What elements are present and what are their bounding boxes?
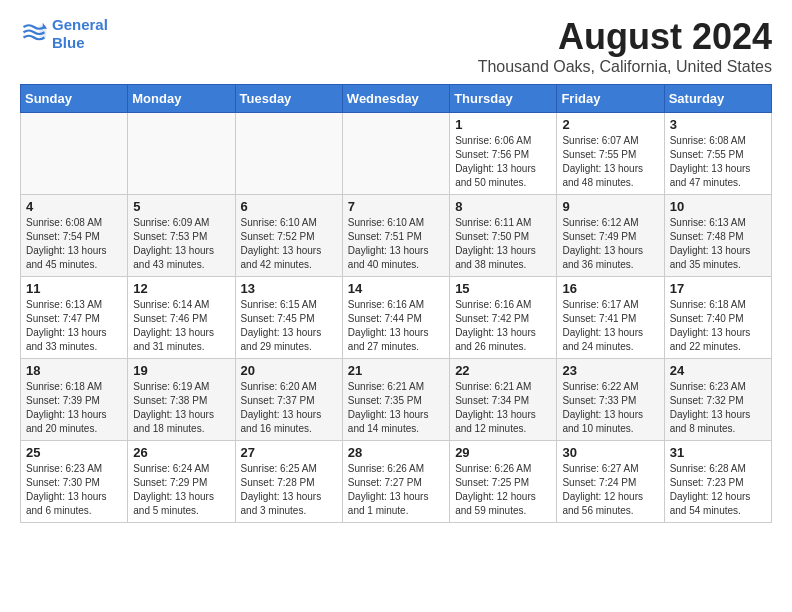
day-info: Sunrise: 6:13 AM Sunset: 7:47 PM Dayligh… [26,298,122,354]
calendar-day-cell [235,113,342,195]
calendar-day-cell: 6Sunrise: 6:10 AM Sunset: 7:52 PM Daylig… [235,195,342,277]
calendar-day-cell: 27Sunrise: 6:25 AM Sunset: 7:28 PM Dayli… [235,441,342,523]
day-number: 16 [562,281,658,296]
day-number: 20 [241,363,337,378]
day-info: Sunrise: 6:18 AM Sunset: 7:39 PM Dayligh… [26,380,122,436]
day-info: Sunrise: 6:23 AM Sunset: 7:30 PM Dayligh… [26,462,122,518]
day-info: Sunrise: 6:21 AM Sunset: 7:34 PM Dayligh… [455,380,551,436]
day-number: 28 [348,445,444,460]
calendar-day-cell: 30Sunrise: 6:27 AM Sunset: 7:24 PM Dayli… [557,441,664,523]
title-area: August 2024 Thousand Oaks, California, U… [478,16,772,76]
day-number: 25 [26,445,122,460]
calendar-week-row: 11Sunrise: 6:13 AM Sunset: 7:47 PM Dayli… [21,277,772,359]
calendar-day-cell: 22Sunrise: 6:21 AM Sunset: 7:34 PM Dayli… [450,359,557,441]
day-number: 18 [26,363,122,378]
day-info: Sunrise: 6:19 AM Sunset: 7:38 PM Dayligh… [133,380,229,436]
day-number: 4 [26,199,122,214]
day-info: Sunrise: 6:27 AM Sunset: 7:24 PM Dayligh… [562,462,658,518]
calendar-day-cell: 28Sunrise: 6:26 AM Sunset: 7:27 PM Dayli… [342,441,449,523]
day-number: 22 [455,363,551,378]
page-header: General Blue August 2024 Thousand Oaks, … [20,16,772,76]
calendar-day-cell: 20Sunrise: 6:20 AM Sunset: 7:37 PM Dayli… [235,359,342,441]
day-info: Sunrise: 6:21 AM Sunset: 7:35 PM Dayligh… [348,380,444,436]
calendar-day-cell: 31Sunrise: 6:28 AM Sunset: 7:23 PM Dayli… [664,441,771,523]
calendar-day-cell: 21Sunrise: 6:21 AM Sunset: 7:35 PM Dayli… [342,359,449,441]
day-info: Sunrise: 6:09 AM Sunset: 7:53 PM Dayligh… [133,216,229,272]
calendar-day-cell: 13Sunrise: 6:15 AM Sunset: 7:45 PM Dayli… [235,277,342,359]
calendar-day-cell: 11Sunrise: 6:13 AM Sunset: 7:47 PM Dayli… [21,277,128,359]
day-info: Sunrise: 6:25 AM Sunset: 7:28 PM Dayligh… [241,462,337,518]
main-title: August 2024 [478,16,772,58]
weekday-header: Saturday [664,85,771,113]
day-number: 17 [670,281,766,296]
day-number: 13 [241,281,337,296]
day-number: 24 [670,363,766,378]
calendar-day-cell: 18Sunrise: 6:18 AM Sunset: 7:39 PM Dayli… [21,359,128,441]
day-info: Sunrise: 6:17 AM Sunset: 7:41 PM Dayligh… [562,298,658,354]
calendar-day-cell: 5Sunrise: 6:09 AM Sunset: 7:53 PM Daylig… [128,195,235,277]
day-info: Sunrise: 6:11 AM Sunset: 7:50 PM Dayligh… [455,216,551,272]
day-number: 31 [670,445,766,460]
weekday-header: Friday [557,85,664,113]
day-number: 7 [348,199,444,214]
calendar-day-cell: 25Sunrise: 6:23 AM Sunset: 7:30 PM Dayli… [21,441,128,523]
calendar-day-cell: 12Sunrise: 6:14 AM Sunset: 7:46 PM Dayli… [128,277,235,359]
calendar-day-cell: 19Sunrise: 6:19 AM Sunset: 7:38 PM Dayli… [128,359,235,441]
calendar-day-cell: 2Sunrise: 6:07 AM Sunset: 7:55 PM Daylig… [557,113,664,195]
day-number: 27 [241,445,337,460]
weekday-header: Monday [128,85,235,113]
calendar-day-cell [128,113,235,195]
day-number: 14 [348,281,444,296]
logo-text: General Blue [52,16,108,52]
day-info: Sunrise: 6:15 AM Sunset: 7:45 PM Dayligh… [241,298,337,354]
calendar-day-cell: 10Sunrise: 6:13 AM Sunset: 7:48 PM Dayli… [664,195,771,277]
calendar-day-cell: 1Sunrise: 6:06 AM Sunset: 7:56 PM Daylig… [450,113,557,195]
day-info: Sunrise: 6:20 AM Sunset: 7:37 PM Dayligh… [241,380,337,436]
day-number: 2 [562,117,658,132]
day-info: Sunrise: 6:28 AM Sunset: 7:23 PM Dayligh… [670,462,766,518]
day-info: Sunrise: 6:16 AM Sunset: 7:44 PM Dayligh… [348,298,444,354]
day-number: 9 [562,199,658,214]
day-number: 23 [562,363,658,378]
day-info: Sunrise: 6:10 AM Sunset: 7:51 PM Dayligh… [348,216,444,272]
day-number: 11 [26,281,122,296]
calendar-day-cell: 3Sunrise: 6:08 AM Sunset: 7:55 PM Daylig… [664,113,771,195]
day-info: Sunrise: 6:08 AM Sunset: 7:55 PM Dayligh… [670,134,766,190]
weekday-header: Tuesday [235,85,342,113]
calendar-day-cell [342,113,449,195]
day-info: Sunrise: 6:16 AM Sunset: 7:42 PM Dayligh… [455,298,551,354]
calendar-week-row: 18Sunrise: 6:18 AM Sunset: 7:39 PM Dayli… [21,359,772,441]
day-info: Sunrise: 6:08 AM Sunset: 7:54 PM Dayligh… [26,216,122,272]
day-info: Sunrise: 6:14 AM Sunset: 7:46 PM Dayligh… [133,298,229,354]
day-number: 21 [348,363,444,378]
day-number: 15 [455,281,551,296]
calendar-day-cell: 8Sunrise: 6:11 AM Sunset: 7:50 PM Daylig… [450,195,557,277]
weekday-header: Thursday [450,85,557,113]
day-number: 5 [133,199,229,214]
day-number: 10 [670,199,766,214]
day-number: 3 [670,117,766,132]
day-number: 12 [133,281,229,296]
day-info: Sunrise: 6:26 AM Sunset: 7:25 PM Dayligh… [455,462,551,518]
calendar-day-cell: 29Sunrise: 6:26 AM Sunset: 7:25 PM Dayli… [450,441,557,523]
logo-line2: Blue [52,34,85,51]
day-number: 8 [455,199,551,214]
day-info: Sunrise: 6:24 AM Sunset: 7:29 PM Dayligh… [133,462,229,518]
day-number: 29 [455,445,551,460]
day-info: Sunrise: 6:07 AM Sunset: 7:55 PM Dayligh… [562,134,658,190]
calendar-day-cell: 14Sunrise: 6:16 AM Sunset: 7:44 PM Dayli… [342,277,449,359]
day-info: Sunrise: 6:23 AM Sunset: 7:32 PM Dayligh… [670,380,766,436]
calendar-week-row: 25Sunrise: 6:23 AM Sunset: 7:30 PM Dayli… [21,441,772,523]
logo-line1: General [52,16,108,33]
calendar-day-cell: 4Sunrise: 6:08 AM Sunset: 7:54 PM Daylig… [21,195,128,277]
calendar-day-cell: 24Sunrise: 6:23 AM Sunset: 7:32 PM Dayli… [664,359,771,441]
calendar-week-row: 1Sunrise: 6:06 AM Sunset: 7:56 PM Daylig… [21,113,772,195]
day-info: Sunrise: 6:10 AM Sunset: 7:52 PM Dayligh… [241,216,337,272]
day-number: 1 [455,117,551,132]
calendar-day-cell: 15Sunrise: 6:16 AM Sunset: 7:42 PM Dayli… [450,277,557,359]
calendar-day-cell: 7Sunrise: 6:10 AM Sunset: 7:51 PM Daylig… [342,195,449,277]
calendar-table: SundayMondayTuesdayWednesdayThursdayFrid… [20,84,772,523]
calendar-week-row: 4Sunrise: 6:08 AM Sunset: 7:54 PM Daylig… [21,195,772,277]
calendar-day-cell: 9Sunrise: 6:12 AM Sunset: 7:49 PM Daylig… [557,195,664,277]
day-info: Sunrise: 6:18 AM Sunset: 7:40 PM Dayligh… [670,298,766,354]
